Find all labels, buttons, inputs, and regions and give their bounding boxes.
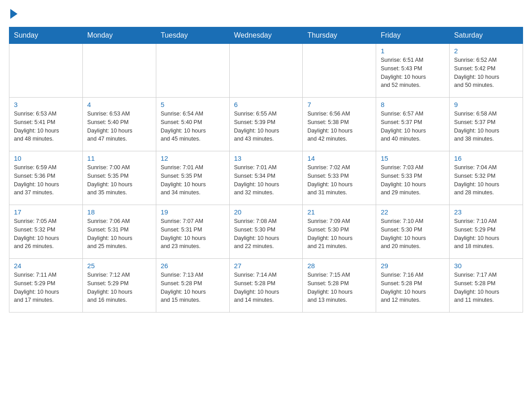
calendar-cell: 4Sunrise: 6:53 AM Sunset: 5:40 PM Daylig… [82,98,156,151]
day-number: 27 [234,262,298,270]
day-number: 7 [307,101,371,108]
day-info: Sunrise: 6:52 AM Sunset: 5:42 PM Dayligh… [454,56,518,90]
day-number: 24 [14,262,78,270]
calendar-cell: 2Sunrise: 6:52 AM Sunset: 5:42 PM Daylig… [450,44,523,98]
day-info: Sunrise: 6:54 AM Sunset: 5:40 PM Dayligh… [161,110,225,143]
day-info: Sunrise: 7:17 AM Sunset: 5:28 PM Dayligh… [454,271,518,304]
day-info: Sunrise: 6:53 AM Sunset: 5:40 PM Dayligh… [87,110,151,143]
calendar-cell: 20Sunrise: 7:08 AM Sunset: 5:30 PM Dayli… [229,205,303,259]
day-number: 9 [454,101,518,108]
calendar-cell: 29Sunrise: 7:16 AM Sunset: 5:28 PM Dayli… [376,259,450,313]
day-number: 5 [161,101,225,108]
calendar-week-row: 3Sunrise: 6:53 AM Sunset: 5:41 PM Daylig… [9,98,523,151]
day-info: Sunrise: 7:07 AM Sunset: 5:31 PM Dayligh… [161,217,225,251]
calendar-cell: 23Sunrise: 7:10 AM Sunset: 5:29 PM Dayli… [450,205,523,259]
day-number: 16 [454,154,518,162]
day-info: Sunrise: 6:58 AM Sunset: 5:37 PM Dayligh… [454,110,518,143]
calendar-cell: 25Sunrise: 7:12 AM Sunset: 5:29 PM Dayli… [82,259,156,313]
calendar-cell: 1Sunrise: 6:51 AM Sunset: 5:43 PM Daylig… [376,44,450,98]
calendar-cell: 30Sunrise: 7:17 AM Sunset: 5:28 PM Dayli… [450,259,523,313]
day-number: 26 [161,262,225,270]
day-number: 11 [87,154,151,162]
day-number: 19 [161,208,225,216]
day-info: Sunrise: 7:04 AM Sunset: 5:32 PM Dayligh… [454,163,518,197]
day-info: Sunrise: 7:13 AM Sunset: 5:28 PM Dayligh… [161,271,225,304]
day-info: Sunrise: 7:06 AM Sunset: 5:31 PM Dayligh… [87,217,151,251]
day-number: 4 [87,101,151,108]
day-info: Sunrise: 6:53 AM Sunset: 5:41 PM Dayligh… [14,110,78,143]
day-number: 12 [161,154,225,162]
calendar-week-row: 10Sunrise: 6:59 AM Sunset: 5:36 PM Dayli… [9,151,523,205]
logo-triangle-icon [10,9,17,19]
day-number: 29 [381,262,445,270]
calendar-week-row: 1Sunrise: 6:51 AM Sunset: 5:43 PM Daylig… [9,44,523,98]
day-number: 2 [454,47,518,55]
day-number: 20 [234,208,298,216]
calendar-cell: 22Sunrise: 7:10 AM Sunset: 5:30 PM Dayli… [376,205,450,259]
day-number: 23 [454,208,518,216]
day-info: Sunrise: 6:55 AM Sunset: 5:39 PM Dayligh… [234,110,298,143]
calendar-header-row: SundayMondayTuesdayWednesdayThursdayFrid… [9,27,523,44]
day-number: 8 [381,101,445,108]
day-number: 21 [307,208,371,216]
weekday-header-monday: Monday [82,27,156,44]
calendar-cell: 27Sunrise: 7:14 AM Sunset: 5:28 PM Dayli… [229,259,303,313]
weekday-header-tuesday: Tuesday [156,27,229,44]
calendar-cell: 14Sunrise: 7:02 AM Sunset: 5:33 PM Dayli… [303,151,376,205]
day-info: Sunrise: 7:05 AM Sunset: 5:32 PM Dayligh… [14,217,78,251]
weekday-header-sunday: Sunday [9,27,83,44]
calendar-cell: 21Sunrise: 7:09 AM Sunset: 5:30 PM Dayli… [303,205,376,259]
weekday-header-friday: Friday [376,27,450,44]
day-number: 1 [381,47,445,55]
calendar-week-row: 24Sunrise: 7:11 AM Sunset: 5:29 PM Dayli… [9,259,523,313]
calendar-cell [82,44,156,98]
calendar-cell [9,44,83,98]
calendar-cell: 10Sunrise: 6:59 AM Sunset: 5:36 PM Dayli… [9,151,83,205]
day-number: 15 [381,154,445,162]
day-info: Sunrise: 6:57 AM Sunset: 5:37 PM Dayligh… [381,110,445,143]
calendar-cell: 17Sunrise: 7:05 AM Sunset: 5:32 PM Dayli… [9,205,83,259]
day-number: 10 [14,154,78,162]
day-number: 14 [307,154,371,162]
calendar-cell: 12Sunrise: 7:01 AM Sunset: 5:35 PM Dayli… [156,151,229,205]
day-info: Sunrise: 7:09 AM Sunset: 5:30 PM Dayligh… [307,217,371,251]
page-header [9,9,523,19]
day-number: 13 [234,154,298,162]
calendar-cell: 5Sunrise: 6:54 AM Sunset: 5:40 PM Daylig… [156,98,229,151]
day-number: 25 [87,262,151,270]
day-info: Sunrise: 6:59 AM Sunset: 5:36 PM Dayligh… [14,163,78,197]
calendar-cell: 13Sunrise: 7:01 AM Sunset: 5:34 PM Dayli… [229,151,303,205]
day-info: Sunrise: 7:11 AM Sunset: 5:29 PM Dayligh… [14,271,78,304]
day-number: 28 [307,262,371,270]
day-info: Sunrise: 7:15 AM Sunset: 5:28 PM Dayligh… [307,271,371,304]
calendar-cell [229,44,303,98]
calendar-cell: 11Sunrise: 7:00 AM Sunset: 5:35 PM Dayli… [82,151,156,205]
day-info: Sunrise: 7:00 AM Sunset: 5:35 PM Dayligh… [87,163,151,197]
calendar-cell [156,44,229,98]
day-info: Sunrise: 7:01 AM Sunset: 5:35 PM Dayligh… [161,163,225,197]
day-info: Sunrise: 6:56 AM Sunset: 5:38 PM Dayligh… [307,110,371,143]
day-info: Sunrise: 7:02 AM Sunset: 5:33 PM Dayligh… [307,163,371,197]
weekday-header-thursday: Thursday [303,27,376,44]
weekday-header-wednesday: Wednesday [229,27,303,44]
calendar-cell [303,44,376,98]
day-number: 6 [234,101,298,108]
day-info: Sunrise: 7:14 AM Sunset: 5:28 PM Dayligh… [234,271,298,304]
calendar-cell: 7Sunrise: 6:56 AM Sunset: 5:38 PM Daylig… [303,98,376,151]
day-number: 3 [14,101,78,108]
day-info: Sunrise: 7:08 AM Sunset: 5:30 PM Dayligh… [234,217,298,251]
day-info: Sunrise: 6:51 AM Sunset: 5:43 PM Dayligh… [381,56,445,90]
day-info: Sunrise: 7:10 AM Sunset: 5:30 PM Dayligh… [381,217,445,251]
calendar-cell: 19Sunrise: 7:07 AM Sunset: 5:31 PM Dayli… [156,205,229,259]
day-info: Sunrise: 7:03 AM Sunset: 5:33 PM Dayligh… [381,163,445,197]
calendar-cell: 9Sunrise: 6:58 AM Sunset: 5:37 PM Daylig… [450,98,523,151]
day-info: Sunrise: 7:10 AM Sunset: 5:29 PM Dayligh… [454,217,518,251]
calendar-cell: 18Sunrise: 7:06 AM Sunset: 5:31 PM Dayli… [82,205,156,259]
day-info: Sunrise: 7:16 AM Sunset: 5:28 PM Dayligh… [381,271,445,304]
day-info: Sunrise: 7:01 AM Sunset: 5:34 PM Dayligh… [234,163,298,197]
weekday-header-saturday: Saturday [450,27,523,44]
calendar-cell: 15Sunrise: 7:03 AM Sunset: 5:33 PM Dayli… [376,151,450,205]
calendar-cell: 26Sunrise: 7:13 AM Sunset: 5:28 PM Dayli… [156,259,229,313]
calendar-cell: 16Sunrise: 7:04 AM Sunset: 5:32 PM Dayli… [450,151,523,205]
calendar-cell: 28Sunrise: 7:15 AM Sunset: 5:28 PM Dayli… [303,259,376,313]
